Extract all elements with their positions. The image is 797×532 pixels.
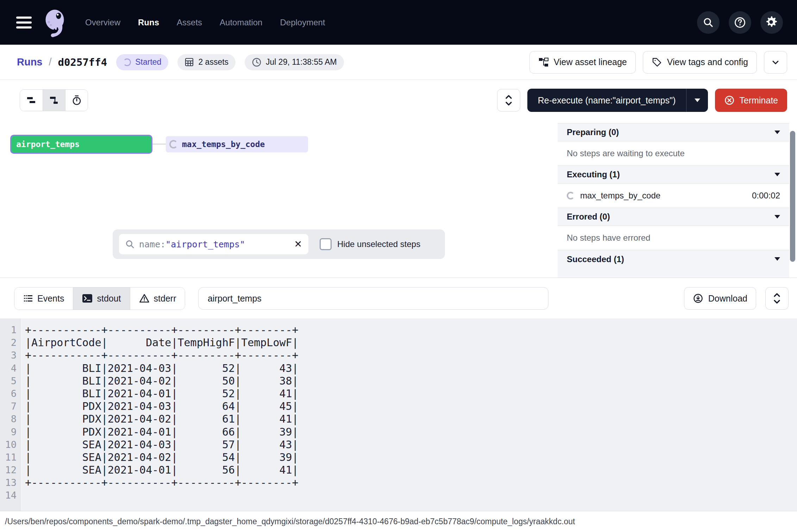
expand-logs-button[interactable]: [765, 287, 789, 310]
log-line-number: 8: [0, 413, 20, 425]
chevron-down-icon: [771, 57, 780, 67]
log-line-number: 3: [0, 349, 20, 362]
vertical-scrollbar[interactable]: [790, 131, 795, 262]
log-line-number: 11: [0, 451, 20, 464]
gantt-toolbar: Re-execute (name:"airport_temps") Termin…: [0, 80, 797, 120]
section-title: Succeeded (1): [567, 254, 624, 264]
step-node-max-temps-by-code[interactable]: max_temps_by_code: [166, 136, 308, 152]
gantt-chart-pane: airport_temps max_temps_by_code name:"ai…: [0, 120, 797, 278]
log-line: | SEA|2021-04-02| 54| 39|: [25, 451, 797, 464]
spinner-icon: [567, 192, 575, 200]
breadcrumb-separator: /: [49, 56, 52, 68]
clock-icon: [252, 57, 262, 67]
log-line: | PDX|2021-04-02| 61| 41|: [25, 413, 797, 425]
more-actions-button[interactable]: [764, 51, 787, 74]
log-line: |AirportCode| Date|TempHighF|TempLowF|: [25, 336, 797, 349]
section-title: Errored (0): [567, 212, 610, 222]
breadcrumb-runs-link[interactable]: Runs: [17, 56, 43, 68]
help-icon[interactable]: [729, 11, 751, 34]
view-tags-config-label: View tags and config: [667, 57, 748, 67]
tab-events[interactable]: Events: [14, 287, 73, 310]
log-content: +-----------+----------+---------+------…: [25, 324, 797, 502]
panel-section-succeeded[interactable]: Succeeded (1): [558, 250, 789, 278]
hide-unselected-checkbox[interactable]: [320, 238, 332, 250]
caret-down-icon: [774, 131, 780, 134]
hide-unselected-steps-control[interactable]: Hide unselected steps: [320, 238, 420, 250]
menu-icon[interactable]: [16, 17, 32, 28]
nav-item-runs[interactable]: Runs: [138, 18, 159, 27]
log-line-number: 5: [0, 375, 20, 387]
view-asset-lineage-label: View asset lineage: [554, 57, 627, 67]
caret-down-icon: [695, 99, 700, 102]
expand-gantt-button[interactable]: [497, 89, 520, 112]
terminate-label: Terminate: [739, 95, 778, 106]
search-icon: [125, 240, 134, 249]
log-line-number: 13: [0, 476, 20, 489]
search-icon[interactable]: [697, 11, 720, 34]
executing-step-row[interactable]: max_temps_by_code 0:00:02: [558, 184, 789, 208]
timer-view-button[interactable]: [65, 90, 88, 111]
log-line-number: 7: [0, 400, 20, 413]
log-file-path-bar: /Users/ben/repos/components_demo/spark-d…: [0, 511, 797, 532]
log-line: | PDX|2021-04-03| 64| 45|: [25, 400, 797, 413]
log-line: +-----------+----------+---------+------…: [25, 324, 797, 336]
step-status-panel: Preparing (0) No steps are waiting to ex…: [558, 123, 789, 278]
terminate-button[interactable]: Terminate: [715, 89, 787, 112]
gantt-waterfall-view-button[interactable]: [43, 90, 65, 111]
warning-triangle-icon: [139, 293, 150, 303]
log-line-number: 6: [0, 387, 20, 400]
view-tags-config-button[interactable]: View tags and config: [643, 51, 757, 74]
reexecute-button[interactable]: Re-execute (name:"airport_temps"): [527, 89, 686, 112]
download-button[interactable]: Download: [684, 287, 756, 310]
dagster-logo-icon[interactable]: [41, 7, 70, 38]
reexecute-label: Re-execute (name:"airport_temps"): [538, 95, 676, 106]
run-id: d0257ff4: [58, 56, 107, 68]
tab-stdout[interactable]: stdout: [73, 287, 130, 310]
assets-grid-icon: [184, 57, 194, 67]
nav-item-automation[interactable]: Automation: [220, 18, 262, 27]
panel-section-executing[interactable]: Executing (1): [558, 165, 789, 184]
log-toolbar: Events stdout stderr airport_temps: [0, 278, 797, 318]
log-file-path: /Users/ben/repos/components_demo/spark-d…: [5, 517, 575, 526]
step-node-airport-temps[interactable]: airport_temps: [10, 135, 152, 154]
gantt-flat-view-button[interactable]: [20, 90, 43, 111]
log-line-number: 1: [0, 324, 20, 336]
assets-count-badge[interactable]: 2 assets: [177, 54, 236, 70]
nav-icon-buttons: [697, 11, 783, 34]
panel-empty-preparing: No steps are waiting to execute: [558, 141, 789, 165]
panel-section-preparing[interactable]: Preparing (0): [558, 123, 789, 141]
run-status-badge[interactable]: Started: [116, 54, 168, 70]
view-asset-lineage-button[interactable]: View asset lineage: [529, 51, 636, 74]
log-line: | BLI|2021-04-01| 52| 41|: [25, 387, 797, 400]
settings-icon[interactable]: [760, 11, 783, 34]
dependency-edge: [152, 144, 166, 145]
nav-item-assets[interactable]: Assets: [177, 18, 202, 27]
panel-section-errored[interactable]: Errored (0): [558, 208, 789, 226]
panel-empty-errored: No steps have errored: [558, 226, 789, 250]
nav-item-overview[interactable]: Overview: [85, 18, 120, 27]
nav-item-deployment[interactable]: Deployment: [280, 18, 325, 27]
log-line: | PDX|2021-04-01| 66| 39|: [25, 426, 797, 438]
tab-label: Events: [37, 293, 64, 304]
terminal-icon: [82, 294, 93, 303]
log-line-number: 9: [0, 426, 20, 438]
clear-filter-icon[interactable]: ✕: [294, 240, 302, 249]
tab-stderr[interactable]: stderr: [130, 287, 185, 310]
step-filter-input[interactable]: name:"airport_temps" ✕: [119, 234, 308, 254]
log-step-filter-value: airport_temps: [208, 293, 262, 304]
reexecute-dropdown-button[interactable]: [686, 89, 708, 112]
empty-state-text: No steps have errored: [567, 233, 650, 243]
log-line: | BLI|2021-04-03| 52| 43|: [25, 362, 797, 375]
executing-step-name: max_temps_by_code: [580, 191, 660, 201]
tab-label: stderr: [154, 293, 176, 304]
caret-down-icon: [774, 257, 780, 261]
events-list-icon: [23, 293, 33, 303]
filter-query: name:"airport_temps": [139, 239, 245, 249]
log-line-number: 2: [0, 336, 20, 349]
step-node-label: airport_temps: [16, 140, 80, 149]
run-header-actions: View asset lineage View tags and config: [529, 51, 787, 74]
stdout-log-viewer[interactable]: 1234567891011121314 +-----------+-------…: [0, 318, 797, 511]
log-type-tabs: Events stdout stderr: [14, 287, 185, 310]
log-step-filter-input[interactable]: airport_temps: [198, 287, 548, 310]
run-actions: Re-execute (name:"airport_temps") Termin…: [497, 89, 787, 112]
